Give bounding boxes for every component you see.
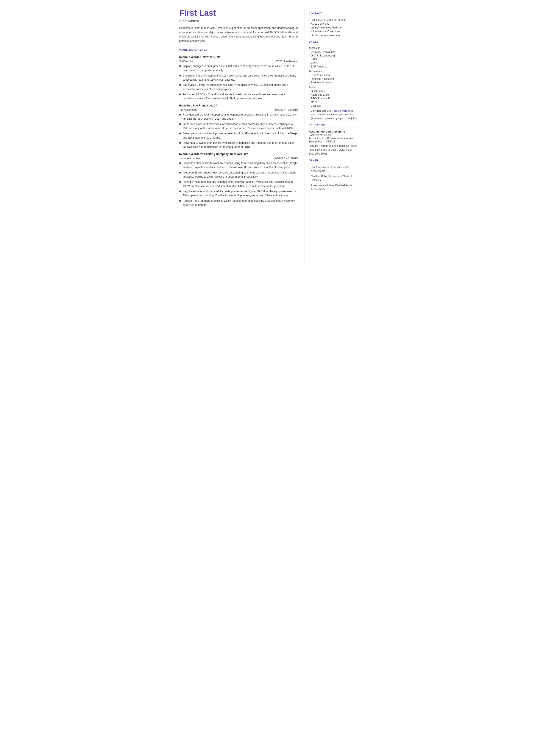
list-item: COSO bbox=[309, 61, 358, 65]
edu-school: Resume Worded University bbox=[309, 130, 358, 133]
technical-label: Technical: bbox=[309, 46, 358, 49]
techniques-label: Techniques: bbox=[309, 70, 358, 73]
bullet-dot bbox=[179, 200, 181, 202]
list-item: Developed cross-unit audit processes res… bbox=[179, 131, 298, 140]
contact-list: Honolulu, HI (Open to Remote) +1-121-987… bbox=[309, 18, 358, 37]
list-item: SAP Products bbox=[309, 65, 358, 68]
edu-major: Accounting and Business Management bbox=[309, 137, 358, 140]
bullet-dot bbox=[179, 84, 181, 86]
job-1-bullets: Inspired changes in audit procedures tha… bbox=[179, 64, 298, 101]
job-3: Resume Worded's Exciting Company, New Yo… bbox=[179, 153, 298, 207]
list-item: Prepared 49 worksheets that revealed out… bbox=[179, 171, 298, 179]
job-3-dates: 08/2012 – 01/2015 bbox=[275, 157, 297, 160]
candidate-title: Staff Auditor bbox=[179, 19, 298, 23]
technical-skills-list: US GAAP (Advanced) GAAS (Experienced) IF… bbox=[309, 50, 358, 68]
candidate-name: First Last bbox=[179, 9, 298, 18]
tools-skills-list: QuickBooks Advanced Excel PPC- Practise … bbox=[309, 90, 358, 107]
list-item: Financial Accounting bbox=[309, 77, 358, 80]
job-2-company: Growthsi, San Francisco, CA bbox=[179, 104, 218, 107]
job-2-dates: 05/2017 – 10/2019 bbox=[275, 108, 297, 111]
bullet-dot bbox=[179, 123, 181, 125]
list-item: IFRS bbox=[309, 58, 358, 61]
job-1-dates: 07/2019 – Present bbox=[276, 60, 297, 63]
job-3-company: Resume Worded's Exciting Company, New Yo… bbox=[179, 153, 248, 155]
bullet-dot bbox=[179, 172, 181, 174]
job-2: Growthsi, San Francisco, CA Tax Accounta… bbox=[179, 104, 298, 149]
job-1-header: Resume Worded, New York, NY bbox=[179, 55, 298, 59]
page: First Last Staff Auditor Charismatic sta… bbox=[171, 0, 365, 274]
job-3-title-row: Junior Accountant 08/2012 – 01/2015 bbox=[179, 157, 298, 160]
list-item: Supervised 2 fraud investigations result… bbox=[179, 83, 298, 91]
job-3-title: Junior Accountant bbox=[179, 157, 201, 160]
right-column: CONTACT Honolulu, HI (Open to Remote) +1… bbox=[304, 9, 365, 265]
list-item: Essbase bbox=[309, 104, 358, 107]
job-2-title-row: Tax Accountant 05/2017 – 10/2019 bbox=[179, 108, 298, 111]
list-item: github.com/resumeworded bbox=[309, 34, 358, 37]
edu-degree: Bachelor of Science bbox=[309, 134, 358, 137]
skills-section-title: SKILLS bbox=[309, 40, 358, 44]
bullet-dot bbox=[179, 142, 181, 144]
bullet-dot bbox=[179, 94, 181, 95]
bullet-dot bbox=[179, 75, 181, 76]
edu-awards: Awards: Resume Worded Teaching Fellow (o… bbox=[309, 144, 358, 155]
bullet-dot bbox=[179, 132, 181, 134]
list-item: RW Association of Certified Public Accou… bbox=[309, 165, 358, 173]
list-item: QuickBooks bbox=[309, 90, 358, 93]
techniques-skills-list: Risk Assessment Financial Accounting Bus… bbox=[309, 74, 358, 84]
work-experience-section-title: WORK EXPERIENCE bbox=[179, 48, 298, 52]
list-item: US GAAP (Advanced) bbox=[309, 50, 358, 53]
list-item: +1-121-987-342 bbox=[309, 22, 358, 25]
list-item: Played a major role in a due diligence e… bbox=[179, 180, 298, 188]
left-column: First Last Staff Auditor Charismatic sta… bbox=[171, 9, 304, 265]
list-item: Risk Assessment bbox=[309, 74, 358, 77]
list-item: Introduced cross-unit processes for veri… bbox=[179, 122, 298, 130]
promo-text: Don't forget to use Resume Worded to sca… bbox=[309, 109, 358, 120]
job-1-company: Resume Worded, New York, NY bbox=[179, 55, 221, 59]
list-item: Certified Public Accountant, State of De… bbox=[309, 174, 358, 182]
edu-location-date: Boston, MA — 05/2011 bbox=[309, 140, 358, 143]
bullet-dot bbox=[179, 65, 181, 67]
list-item: email@resumeworded.com bbox=[309, 26, 358, 29]
list-item: American Institute of Certified Public A… bbox=[309, 183, 358, 191]
contact-section-title: CONTACT bbox=[309, 12, 358, 16]
job-3-bullets: Supported supervisors to work on 29 acco… bbox=[179, 161, 298, 207]
list-item: Re-organized UC Claim Reporting and resp… bbox=[179, 113, 298, 121]
list-item: Inspired changes in audit procedures tha… bbox=[179, 64, 298, 72]
promo-link[interactable]: Resume Worded bbox=[332, 109, 350, 112]
list-item: Compiled financial statements for 12 maj… bbox=[179, 74, 298, 82]
bullet-dot bbox=[179, 114, 181, 116]
job-3-header: Resume Worded's Exciting Company, New Yo… bbox=[179, 153, 298, 155]
other-section-title: OTHER bbox=[309, 159, 358, 163]
list-item: Performed 16 SOX 404 audits and also enf… bbox=[179, 93, 298, 101]
job-1-title: Staff Auditor bbox=[179, 60, 194, 63]
bullet-dot bbox=[179, 181, 181, 183]
tools-label: Tools: bbox=[309, 86, 358, 89]
bullet-dot bbox=[179, 162, 181, 164]
list-item: Honolulu, HI (Open to Remote) bbox=[309, 18, 358, 21]
list-item: PPC- Practise Aid bbox=[309, 97, 358, 100]
list-item: MYOB bbox=[309, 101, 358, 104]
job-2-header: Growthsi, San Francisco, CA bbox=[179, 104, 298, 107]
list-item: Advanced Excel bbox=[309, 93, 358, 96]
list-item: Refined RW's reporting processes which r… bbox=[179, 199, 298, 207]
list-item: Business Strategy bbox=[309, 81, 358, 84]
list-item: linkedin.com/in/username bbox=[309, 30, 358, 33]
job-2-bullets: Re-organized UC Claim Reporting and resp… bbox=[179, 113, 298, 149]
list-item: GAAS (Experienced) bbox=[309, 54, 358, 57]
education-section-title: EDUCATION bbox=[309, 124, 358, 128]
list-item: Prevented Growthsi from paying over $825… bbox=[179, 141, 298, 149]
job-1-title-row: Staff Auditor 07/2019 – Present bbox=[179, 60, 298, 63]
candidate-summary: Charismatic staff auditor with 8 years o… bbox=[179, 26, 298, 43]
job-2-title: Tax Accountant bbox=[179, 108, 198, 111]
list-item: Supported supervisors to work on 29 acco… bbox=[179, 161, 298, 170]
other-list: RW Association of Certified Public Accou… bbox=[309, 165, 358, 191]
job-1: Resume Worded, New York, NY Staff Audito… bbox=[179, 55, 298, 101]
list-item: Negotiated rates and successfully made p… bbox=[179, 189, 298, 198]
bullet-dot bbox=[179, 190, 181, 192]
